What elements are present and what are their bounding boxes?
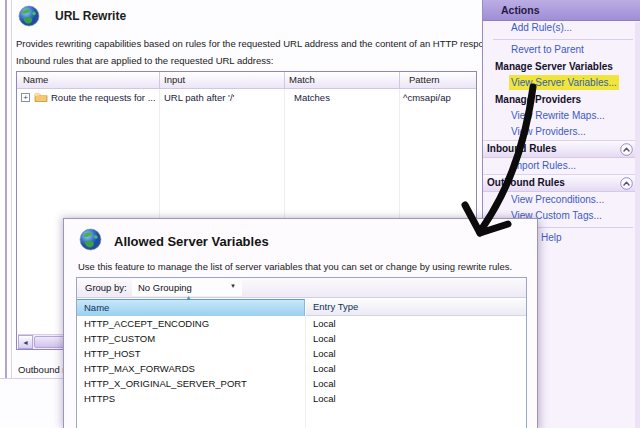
screen: URL Rewrite Provides rewriting capabilit… xyxy=(0,0,640,428)
column-header-entry-type-label: Entry Type xyxy=(313,301,358,312)
action-view-rewrite-maps[interactable]: View Rewrite Maps... xyxy=(483,108,640,124)
column-divider[interactable] xyxy=(284,72,285,89)
variable-name: HTTP_X_ORIGINAL_SERVER_PORT xyxy=(84,378,247,389)
rule-name-cell: Route the requests for ... xyxy=(51,92,156,103)
actions-section-manage-providers: Manage Providers xyxy=(483,91,640,108)
group-by-value: No Grouping xyxy=(138,282,192,293)
group-by-label: Group by: xyxy=(85,282,127,293)
actions-group-label: Outbound Rules xyxy=(487,177,565,188)
allowed-server-variables-dialog: Allowed Server Variables Use this featur… xyxy=(63,218,538,428)
action-view-server-variables[interactable]: View Server Variables... xyxy=(483,75,640,91)
server-variable-row[interactable]: HTTP_MAX_FORWARDSLocal xyxy=(77,362,526,377)
variable-name: HTTP_HOST xyxy=(84,348,140,359)
variable-name: HTTP_ACCEPT_ENCODING xyxy=(84,318,209,329)
chevron-down-icon: ▼ xyxy=(230,283,236,289)
actions-group-outbound-rules: Outbound Rules xyxy=(483,174,640,192)
actions-pane-header: Actions xyxy=(483,0,640,21)
variable-name: HTTP_CUSTOM xyxy=(84,333,155,344)
variable-entry-type: Local xyxy=(313,348,336,359)
column-header-pattern[interactable]: Pattern xyxy=(409,74,440,85)
pane-splitter[interactable] xyxy=(5,0,7,379)
pane-splitter-shadow xyxy=(11,0,12,379)
actions-group-label: Inbound Rules xyxy=(487,143,556,154)
url-rewrite-globe-icon xyxy=(18,5,40,27)
server-variable-row[interactable]: HTTPSLocal xyxy=(77,392,526,407)
variable-entry-type: Local xyxy=(313,363,336,374)
sidebar-scrollbar[interactable] xyxy=(635,22,640,428)
variable-entry-type: Local xyxy=(313,378,336,389)
actions-title: Actions xyxy=(501,4,540,16)
variables-table-header: Name ▲ Entry Type xyxy=(77,299,526,316)
action-add-rules[interactable]: Add Rule(s)... xyxy=(483,20,640,36)
highlighted-link-label: View Server Variables... xyxy=(511,77,617,88)
dialog-globe-icon xyxy=(79,228,102,251)
action-view-preconditions[interactable]: View Preconditions... xyxy=(483,192,640,208)
column-divider[interactable] xyxy=(399,72,400,89)
column-header-match[interactable]: Match xyxy=(289,74,315,85)
column-header-entry-type[interactable]: Entry Type xyxy=(306,299,526,316)
folder-icon xyxy=(34,91,48,103)
rule-pattern-cell: ^cmsapi/ap xyxy=(403,92,451,103)
server-variable-row[interactable]: HTTP_CUSTOMLocal xyxy=(77,332,526,347)
server-variable-row[interactable]: HTTP_ACCEPT_ENCODINGLocal xyxy=(77,317,526,332)
column-header-name-label: Name xyxy=(84,302,109,313)
action-revert-to-parent[interactable]: Revert to Parent xyxy=(483,42,640,58)
action-import-rules[interactable]: Import Rules... xyxy=(483,158,640,174)
dialog-description: Use this feature to manage the list of s… xyxy=(78,261,512,272)
variable-entry-type: Local xyxy=(313,333,336,344)
window-bottom-edge xyxy=(0,378,63,379)
variable-name: HTTP_MAX_FORWARDS xyxy=(84,363,195,374)
rules-table-header: Name Input Match Pattern xyxy=(17,72,476,89)
arrow-left-icon[interactable]: ◄ xyxy=(18,335,33,349)
column-divider[interactable] xyxy=(159,72,160,89)
actions-divider xyxy=(483,36,640,42)
plus-expander-icon[interactable]: + xyxy=(21,93,30,102)
dialog-title: Allowed Server Variables xyxy=(114,234,269,249)
outbound-rules-label-fragment: Outbound r xyxy=(18,364,66,375)
table-row[interactable]: +Route the requests for ...URL path afte… xyxy=(17,90,476,107)
variable-entry-type: Local xyxy=(313,393,336,404)
server-variable-row[interactable]: HTTP_HOSTLocal xyxy=(77,347,526,362)
column-header-name[interactable]: Name ▲ xyxy=(77,299,305,316)
server-variables-list: Group by: No Grouping ▼ Name ▲ Entry Typ… xyxy=(76,277,527,428)
column-header-input[interactable]: Input xyxy=(164,74,185,85)
rule-match-cell: Matches xyxy=(294,92,330,103)
variable-name: HTTPS xyxy=(84,393,115,404)
actions-group-inbound-rules: Inbound Rules xyxy=(483,140,640,158)
action-view-providers[interactable]: View Providers... xyxy=(483,124,640,140)
actions-section-manage-server-variables: Manage Server Variables xyxy=(483,58,640,75)
page-title: URL Rewrite xyxy=(55,9,126,23)
chevron-up-icon[interactable] xyxy=(620,143,633,156)
rule-input-cell: URL path after '/' xyxy=(164,92,234,103)
chevron-up-icon[interactable] xyxy=(620,177,633,190)
inbound-rules-label: Inbound rules that are applied to the re… xyxy=(16,55,273,66)
variable-entry-type: Local xyxy=(313,318,336,329)
group-by-toolbar: Group by: No Grouping ▼ xyxy=(77,278,526,298)
column-header-name[interactable]: Name xyxy=(23,74,48,85)
actions-list: Add Rule(s)...Revert to ParentManage Ser… xyxy=(483,20,640,246)
sort-ascending-icon: ▲ xyxy=(185,294,192,301)
feature-description: Provides rewriting capabilities based on… xyxy=(16,38,502,49)
server-variable-row[interactable]: HTTP_X_ORIGINAL_SERVER_PORTLocal xyxy=(77,377,526,392)
